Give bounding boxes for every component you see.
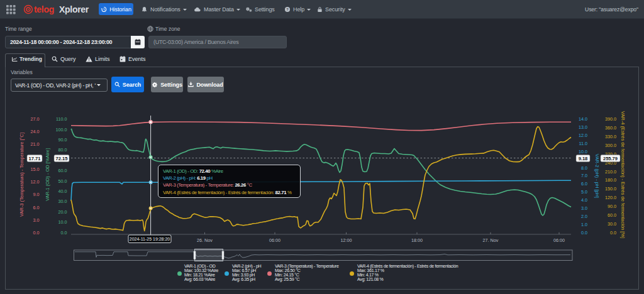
svg-text:20.0: 20.0 (58, 209, 67, 215)
svg-text:150.0: 150.0 (605, 186, 616, 192)
svg-text:72.15: 72.15 (56, 156, 68, 161)
svg-text:360.0: 360.0 (605, 125, 616, 131)
svg-text:27. Nov: 27. Nov (483, 237, 499, 243)
svg-text:80.0: 80.0 (58, 147, 67, 153)
svg-text:60.0: 60.0 (58, 168, 67, 173)
svg-text:50.0: 50.0 (58, 178, 67, 184)
svg-text:9.18: 9.18 (579, 156, 588, 161)
svg-text:6.0: 6.0 (33, 205, 40, 210)
svg-text:180.0: 180.0 (605, 177, 616, 183)
svg-text:90.0: 90.0 (58, 137, 67, 143)
svg-text:9.0: 9.0 (33, 192, 40, 197)
svg-text:17.71: 17.71 (29, 156, 41, 161)
svg-text:5.0: 5.0 (581, 189, 587, 195)
svg-text:110.0: 110.0 (56, 116, 67, 122)
svg-text:14.0: 14.0 (579, 116, 587, 122)
svg-text:24.0: 24.0 (31, 129, 40, 134)
svg-text:VAR-3 (Temperatura) - Temperat: VAR-3 (Temperatura) - Temperature [°C] (19, 133, 25, 217)
svg-text:100.0: 100.0 (56, 127, 67, 133)
svg-text:27.0: 27.0 (31, 116, 40, 122)
svg-text:8.0: 8.0 (581, 165, 587, 171)
svg-text:15.0: 15.0 (31, 166, 40, 172)
svg-text:VAR-2 (pH) - pH [pH]: VAR-2 (pH) - pH [pH] (594, 154, 600, 198)
svg-text:4.0: 4.0 (581, 197, 587, 203)
svg-text:0.0: 0.0 (610, 230, 616, 236)
svg-text:60.0: 60.0 (608, 212, 616, 218)
svg-text:3.0: 3.0 (581, 205, 587, 211)
svg-text:21.0: 21.0 (31, 141, 40, 147)
svg-text:30.0: 30.0 (608, 221, 616, 227)
svg-text:390.0: 390.0 (605, 116, 616, 122)
svg-text:10.0: 10.0 (579, 149, 587, 155)
svg-text:13.0: 13.0 (579, 124, 587, 130)
svg-text:11.0: 11.0 (579, 141, 587, 146)
svg-text:330.0: 330.0 (605, 134, 616, 139)
svg-text:10.0: 10.0 (58, 219, 67, 225)
svg-text:VAR-4 (Estrés de fermentación): VAR-4 (Estrés de fermentación) - Estrés … (620, 111, 626, 238)
svg-text:30.0: 30.0 (58, 199, 67, 204)
svg-text:90.0: 90.0 (608, 204, 616, 209)
svg-text:06:00: 06:00 (269, 237, 280, 243)
svg-text:6.0: 6.0 (581, 181, 587, 187)
svg-text:12.0: 12.0 (31, 179, 40, 185)
svg-text:0.0: 0.0 (33, 230, 40, 236)
svg-text:255.79: 255.79 (603, 156, 618, 161)
svg-text:210.0: 210.0 (605, 169, 616, 175)
svg-text:300.0: 300.0 (605, 143, 616, 148)
svg-text:40.0: 40.0 (58, 188, 67, 194)
svg-text:12.0: 12.0 (579, 133, 587, 138)
svg-text:2024-11-25 19:28:20: 2024-11-25 19:28:20 (130, 237, 170, 241)
svg-text:0.0: 0.0 (581, 230, 587, 236)
svg-text:12:00: 12:00 (341, 237, 352, 243)
svg-text:120.0: 120.0 (605, 195, 616, 200)
svg-text:06:00: 06:00 (553, 237, 565, 243)
svg-text:7.0: 7.0 (581, 173, 587, 178)
svg-text:VAR-1 (OD) - OD [%Aire]: VAR-1 (OD) - OD [%Aire] (45, 148, 50, 201)
svg-text:2.0: 2.0 (581, 214, 587, 219)
svg-text:0.0: 0.0 (61, 230, 67, 236)
svg-text:3.0: 3.0 (33, 217, 40, 223)
svg-text:26. Nov: 26. Nov (197, 237, 213, 243)
svg-text:18:00: 18:00 (411, 237, 423, 243)
svg-text:1.0: 1.0 (581, 222, 587, 227)
